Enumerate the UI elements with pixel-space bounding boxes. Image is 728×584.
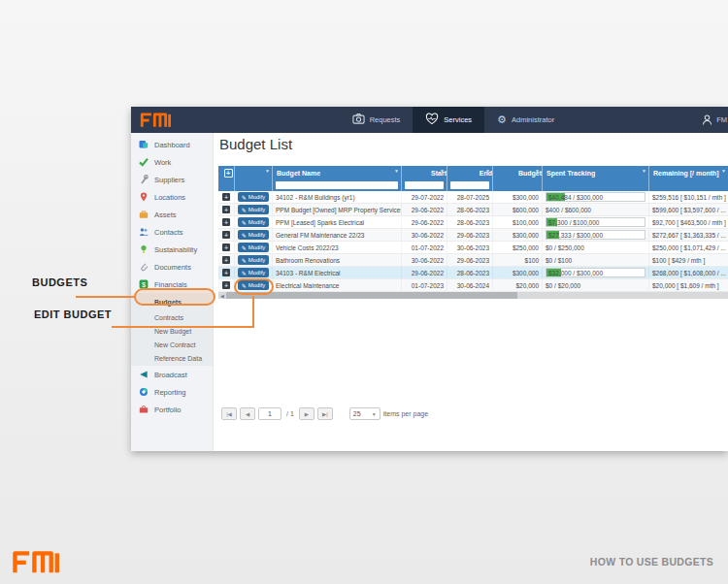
sidebar-item-contracts[interactable]: Contracts	[131, 310, 213, 324]
sidebar-item-portfolio[interactable]: Portfolio	[131, 401, 213, 418]
chevron-down-icon[interactable]: ▼	[721, 168, 726, 174]
end-date-cell: 28-06-2023	[447, 204, 493, 215]
nav-item-requests[interactable]: Requests	[340, 107, 414, 133]
expand-row-button[interactable]: +	[222, 243, 230, 251]
modify-annotation-ring	[234, 278, 274, 295]
page-size-select[interactable]: 25 ▼	[349, 407, 381, 420]
column-header-budget-name[interactable]: Budget Name▼	[273, 166, 402, 179]
expand-row-button[interactable]: +	[222, 256, 230, 264]
last-page-button[interactable]: ▶|	[317, 407, 333, 420]
gear-icon: ⚙	[497, 114, 507, 125]
sidebar-item-suppliers[interactable]: Suppliers	[131, 171, 213, 188]
expand-row-button[interactable]: +	[222, 281, 230, 289]
chevron-down-icon[interactable]: ▼	[535, 168, 540, 174]
column-header-remaining-month[interactable]: Remaining [/ month]▼	[649, 166, 728, 179]
sidebar-item-reporting[interactable]: Reporting	[131, 383, 213, 401]
sidebar-item-assets[interactable]: Assets	[131, 206, 213, 223]
sidebar-item-label: Contacts	[154, 228, 183, 237]
sidebar-item-reference-data[interactable]: Reference Data	[131, 351, 213, 365]
chevron-down-icon[interactable]: ▼	[265, 168, 270, 174]
column-header-budget[interactable]: Budget▼	[493, 166, 543, 179]
nav-item-label: Services	[444, 115, 472, 124]
expand-row-button[interactable]: +	[222, 206, 230, 213]
user-menu[interactable]: FM	[701, 107, 728, 133]
sidebar-item-work[interactable]: Work	[131, 153, 213, 171]
camera-icon	[352, 113, 365, 127]
modify-cell: ✎Modify	[235, 191, 273, 203]
filter-cell	[218, 179, 235, 191]
modify-button[interactable]: ✎Modify	[238, 192, 269, 202]
table-row[interactable]: +✎ModifyElectrical Maintenance01-07-2023…	[218, 279, 728, 292]
nav-item-administrator[interactable]: ⚙Administrator	[484, 107, 567, 133]
chevron-down-icon[interactable]: ▼	[440, 168, 445, 174]
spent-text: $32,000 / $300,000	[546, 270, 603, 276]
sidebar-item-label: Assets	[154, 211, 177, 219]
table-row[interactable]: +✎ModifyPPM [Leased] Sparks Electrical29…	[218, 216, 728, 229]
scroll-left-icon[interactable]: ◀	[218, 293, 226, 299]
assets-box-icon	[139, 210, 149, 219]
nav-item-label: Requests	[370, 115, 401, 124]
expand-all-button[interactable]: +	[224, 169, 233, 178]
modify-button[interactable]: ✎Modify	[238, 230, 269, 240]
first-page-button[interactable]: |◀	[221, 407, 237, 420]
filter-input-budget-name[interactable]	[276, 181, 398, 189]
expand-row-button[interactable]: +	[222, 193, 230, 201]
broadcast-megaphone-icon	[139, 370, 149, 379]
sidebar-item-dashboard[interactable]: Dashboard	[131, 136, 213, 153]
modify-button[interactable]: ✎Modify	[238, 217, 269, 227]
sidebar-item-contacts[interactable]: Contacts	[131, 223, 213, 241]
spent-tracking-cell: $0 / $20,000	[543, 279, 649, 291]
modify-button[interactable]: ✎Modify	[238, 255, 269, 265]
horizontal-scrollbar[interactable]: ◀	[218, 292, 728, 299]
filter-input-end[interactable]	[450, 181, 489, 189]
column-header-spent-tracking[interactable]: Spent Tracking▼	[543, 166, 649, 179]
next-page-button[interactable]: ▶	[299, 407, 314, 420]
table-row[interactable]: +✎Modify34102 - R&M Buildings (yr1)29-07…	[218, 191, 728, 204]
table-row[interactable]: +✎Modify34103 - R&M Electrical29-06-2022…	[218, 267, 728, 279]
modify-button[interactable]: ✎Modify	[238, 243, 269, 252]
pencil-icon: ✎	[242, 194, 247, 201]
table-row[interactable]: +✎ModifyVehicle Costs 2022/2301-07-20223…	[218, 242, 728, 254]
column-header-end[interactable]: End▼	[447, 166, 493, 179]
start-date-cell: 01-07-2022	[402, 242, 447, 253]
nav-item-services[interactable]: Services	[413, 107, 484, 133]
end-date-cell: 29-06-2023	[447, 254, 493, 266]
sidebar-item-sustainability[interactable]: Sustainability	[131, 241, 213, 258]
chevron-down-icon[interactable]: ▼	[485, 168, 490, 174]
column-header-start[interactable]: Start▼	[402, 166, 447, 179]
budget-name-cell: Vehicle Costs 2022/23	[273, 242, 402, 253]
budget-name-cell: 34103 - R&M Electrical	[273, 267, 402, 278]
sidebar-item-documents[interactable]: Documents	[131, 258, 213, 276]
expand-row-button[interactable]: +	[222, 231, 230, 239]
prev-page-button[interactable]: ◀	[240, 407, 255, 420]
expand-row-button[interactable]: +	[222, 218, 230, 226]
table-row[interactable]: +✎ModifyPPM Budget [Owned] MRP Property …	[218, 204, 728, 216]
sidebar-item-label: Locations	[154, 193, 185, 202]
remaining-cell: $20,000 [ $1,609 / mth ]	[649, 279, 728, 291]
table-row[interactable]: +✎ModifyGeneral FM Maintenance 22/2330-0…	[218, 229, 728, 242]
budget-amount-cell: $20,000	[493, 279, 543, 291]
modify-button[interactable]: ✎Modify	[238, 205, 269, 214]
table-row[interactable]: +✎ModifyBathroom Renovations30-06-202229…	[218, 254, 728, 267]
modify-column-header[interactable]: ▼	[235, 166, 273, 179]
page-count-label: / 1	[286, 410, 294, 417]
budgets-annotation-line	[76, 296, 135, 298]
fmi-logo[interactable]	[131, 107, 189, 133]
chevron-down-icon[interactable]: ▼	[642, 168, 646, 174]
portfolio-briefcase-icon	[139, 405, 149, 414]
sidebar-item-new-contract[interactable]: New Contract	[131, 338, 213, 351]
filter-input-start[interactable]	[405, 181, 444, 189]
footer-title: HOW TO USE BUDGETS	[590, 556, 713, 568]
filter-cell	[493, 179, 543, 191]
modify-button[interactable]: ✎Modify	[238, 268, 269, 277]
column-header-label: Budget Name	[277, 170, 320, 177]
filter-cell	[543, 179, 649, 191]
expand-cell: +	[218, 254, 235, 266]
expand-row-button[interactable]: +	[222, 269, 230, 276]
chevron-down-icon[interactable]: ▼	[394, 168, 399, 174]
sidebar-item-locations[interactable]: Locations	[131, 188, 213, 206]
page-number-input[interactable]	[258, 407, 281, 420]
edit-budget-annotation-line-v	[252, 296, 254, 328]
sidebar-item-broadcast[interactable]: Broadcast	[131, 366, 213, 383]
suppliers-wrench-icon	[139, 175, 149, 184]
